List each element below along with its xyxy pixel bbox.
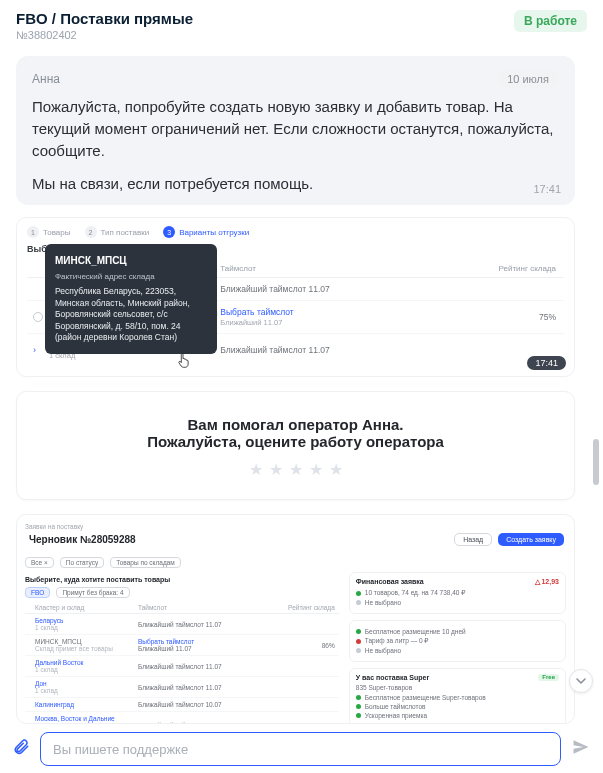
timestamp-pill: 17:41: [527, 356, 566, 370]
scrollbar[interactable]: [591, 46, 601, 723]
steps-row: 1Товары 2Тип поставки 3Варианты отгрузки: [27, 226, 564, 238]
page-title: FBO / Поставки прямые: [16, 10, 193, 27]
composer: [0, 725, 603, 773]
message-author: Анна: [32, 72, 60, 86]
star-icon[interactable]: ★: [289, 460, 303, 479]
status-badge: В работе: [514, 10, 587, 32]
message-bubble: Анна 10 июля Пожалуйста, попробуйте созд…: [16, 56, 575, 205]
star-icon[interactable]: ★: [249, 460, 263, 479]
star-icon[interactable]: ★: [309, 460, 323, 479]
tooltip: МИНСК_МПСЦ Фактический адрес склада Респ…: [45, 244, 217, 354]
send-icon[interactable]: [571, 737, 591, 762]
attach-icon[interactable]: [12, 738, 30, 761]
attachment-image[interactable]: 1Товары 2Тип поставки 3Варианты отгрузки…: [16, 217, 575, 377]
message-text: Мы на связи, если потребуется помощь.: [32, 173, 559, 195]
chat-scroll-area[interactable]: Анна 10 июля Пожалуйста, попробуйте созд…: [0, 46, 603, 725]
attachment-image[interactable]: Заявки на поставку Черновик №28059288 На…: [16, 514, 575, 724]
date-chip: 10 июля: [497, 70, 559, 88]
rating-title: Вам помогал оператор Анна. Пожалуйста, о…: [33, 416, 558, 450]
star-icon[interactable]: ★: [269, 460, 283, 479]
message-time: 17:41: [533, 183, 561, 195]
page-subtitle: №38802402: [16, 29, 193, 41]
message-input[interactable]: [40, 732, 561, 766]
chat-header: FBO / Поставки прямые №38802402 В работе: [0, 0, 603, 47]
rating-card: Вам помогал оператор Анна. Пожалуйста, о…: [16, 391, 575, 500]
cursor-pointer-icon: [177, 352, 191, 371]
create-button: Создать заявку: [498, 533, 564, 546]
star-icon[interactable]: ★: [329, 460, 343, 479]
back-button: Назад: [454, 533, 492, 546]
scrollbar-thumb[interactable]: [593, 439, 599, 485]
scroll-down-button[interactable]: [569, 669, 593, 693]
message-text: Пожалуйста, попробуйте создать новую зая…: [32, 96, 559, 161]
rating-stars: ★ ★ ★ ★ ★: [33, 460, 558, 479]
